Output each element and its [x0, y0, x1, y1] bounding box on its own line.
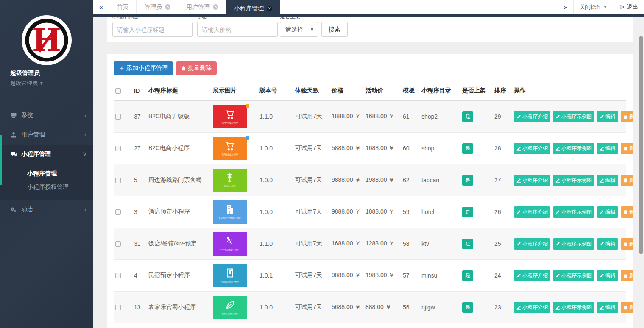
table-row: 5 周边游线路门票套餐 周边游小程序 1.0.0 可试用7天 9888.00 ￥… [114, 164, 626, 196]
search-title-input[interactable] [112, 22, 193, 37]
table-row: 4 民宿预定小程序 民宿预定微信小程序 1.0.1 可试用7天 9888.00 … [114, 260, 626, 292]
example-images-button[interactable]: 小程序示例图 [553, 175, 594, 186]
intro-button[interactable]: 小程序介绍 [514, 143, 550, 154]
cell-id: 31 [132, 228, 147, 260]
row-checkbox[interactable] [115, 273, 121, 278]
edit-button[interactable]: 编辑 [597, 302, 618, 313]
close-icon[interactable]: ✕ [267, 6, 272, 11]
close-icon[interactable]: ✕ [165, 4, 170, 10]
delete-button[interactable]: 删除 [621, 270, 633, 281]
cell-title: 酒店预定小程序 [147, 196, 211, 228]
edit-button[interactable]: 编辑 [597, 238, 618, 250]
caret-down-icon: ▼ [310, 27, 314, 32]
add-miniprogram-button[interactable]: ＋添加小程序管理 [114, 61, 173, 75]
tile-caption: 周边游小程序 [224, 185, 236, 188]
col-header-version: 版本号 [258, 82, 293, 101]
row-checkbox[interactable] [115, 305, 121, 310]
delete-button[interactable]: 删除 [621, 302, 633, 313]
sidebar-item-dynamics[interactable]: 动态 ‹ [0, 200, 93, 219]
main-content: 小程序标题: 价格: 是否上架: 请选择 ▼ 搜索 [93, 17, 633, 328]
delete-button[interactable]: 删除 [621, 111, 633, 122]
row-checkbox[interactable] [115, 241, 121, 247]
cell-id: 27 [132, 133, 147, 164]
edit-button[interactable]: 编辑 [597, 270, 618, 281]
delete-button[interactable]: 删除 [621, 206, 633, 218]
edit-button[interactable]: 编辑 [597, 175, 618, 186]
intro-button[interactable]: 小程序介绍 [514, 302, 550, 313]
scrollbar-thumb[interactable] [639, 36, 643, 254]
close-operations-dropdown[interactable]: 关闭操作▼ [573, 0, 613, 14]
example-images-button[interactable]: 小程序示例图 [553, 206, 594, 218]
select-all-checkbox[interactable] [115, 88, 121, 94]
cell-title: B2C电商小程序 [147, 133, 211, 164]
col-header-image: 展示图片 [211, 82, 258, 101]
cell-trial: 可试用7天 [293, 292, 330, 323]
cell-price: 9888.00 ￥ [330, 164, 364, 196]
cell-template: 58 [401, 228, 420, 260]
trash-icon [623, 273, 628, 278]
row-checkbox[interactable] [115, 114, 121, 120]
example-images-button[interactable]: 小程序示例图 [553, 270, 594, 281]
trash-icon [623, 146, 628, 151]
delete-button[interactable]: 删除 [621, 143, 633, 154]
cell-title: 民宿预定小程序 [147, 260, 211, 292]
comments-icon [10, 151, 21, 158]
sidebar-subitem-miniprogram-management[interactable]: 小程序管理 [0, 167, 93, 180]
cell-actions: 小程序介绍 小程序示例图 编辑 删除 [512, 260, 626, 292]
edit-icon [555, 273, 560, 278]
col-header-status: 是否上架 [460, 82, 493, 101]
edit-button[interactable]: 编辑 [597, 143, 618, 154]
edit-icon [555, 305, 560, 310]
intro-button[interactable]: 小程序介绍 [514, 238, 550, 250]
cell-sort [493, 323, 512, 328]
tab-home[interactable]: 首页 [109, 0, 137, 14]
scrollbar-track[interactable] [633, 17, 644, 328]
close-icon[interactable]: ✕ [213, 4, 218, 10]
row-checkbox[interactable] [115, 178, 121, 183]
example-images-button[interactable]: 小程序示例图 [553, 143, 594, 154]
tile-caption: 电商购物版小程序 [222, 153, 238, 156]
intro-button[interactable]: 小程序介绍 [514, 175, 550, 186]
cell-directory: shop [420, 133, 460, 164]
sidebar-subitem-miniprogram-auth-management[interactable]: 小程序授权管理 [0, 180, 93, 194]
sidebar-item-miniprogram-management[interactable]: 小程序管理 ˅ [0, 145, 93, 164]
edit-button[interactable]: 编辑 [597, 111, 618, 122]
cell-activity-price: 1288.00 ￥ [364, 228, 401, 260]
row-checkbox[interactable] [115, 209, 121, 215]
example-images-button[interactable]: 小程序示例图 [553, 302, 594, 313]
intro-button[interactable]: 小程序介绍 [514, 270, 550, 281]
delete-button[interactable]: 删除 [621, 175, 633, 186]
table-panel: ＋添加小程序管理 批量删除 ID 小程序标题 [107, 54, 633, 328]
user-role-dropdown[interactable]: 超级管理员 ▼ [10, 79, 93, 87]
tab-user-management[interactable]: 用户管理 ✕ [178, 0, 226, 14]
intro-button[interactable]: 小程序介绍 [514, 206, 550, 218]
cell-id: 3 [132, 196, 147, 228]
sidebar-menu: 系统 ‹ 用户管理 ‹ 小程序管理 ˅ 小程序管理 小程序授权管理 [0, 106, 93, 219]
tab-miniprogram-management[interactable]: 小程序管理 ✕ [226, 0, 280, 17]
example-images-button[interactable]: 小程序示例图 [553, 238, 594, 250]
edit-icon [599, 305, 604, 310]
collapse-tabs-left-button[interactable]: « [93, 0, 109, 14]
table-row: 是 小程序介绍 小程序示例图 编辑 删除 [114, 323, 626, 328]
cell-title: B2C电商升级版 [147, 101, 211, 133]
row-checkbox[interactable] [115, 146, 121, 151]
status-select[interactable]: 请选择 ▼ [280, 22, 318, 37]
search-button[interactable]: 搜索 [321, 22, 348, 37]
tab-admin[interactable]: 管理员 ✕ [137, 0, 178, 14]
logout-button[interactable]: 退出 [613, 0, 644, 14]
example-images-button[interactable]: 小程序示例图 [553, 111, 594, 122]
sidebar-item-user-management[interactable]: 用户管理 ‹ [0, 125, 93, 145]
batch-delete-button[interactable]: 批量删除 [176, 61, 217, 75]
cell-title: 周边游线路门票套餐 [147, 164, 211, 196]
scroll-tabs-right-button[interactable]: » [558, 0, 573, 14]
edit-button[interactable]: 编辑 [597, 206, 618, 218]
sidebar-item-system[interactable]: 系统 ‹ [0, 106, 93, 125]
delete-button[interactable]: 删除 [621, 238, 633, 250]
status-badge: 是 [462, 239, 473, 249]
search-price-input[interactable] [197, 22, 278, 37]
gears-icon [10, 206, 21, 213]
edit-icon [599, 242, 604, 246]
intro-button[interactable]: 小程序介绍 [514, 111, 550, 122]
edit-icon [516, 210, 521, 214]
cell-directory: ktv [420, 228, 460, 260]
